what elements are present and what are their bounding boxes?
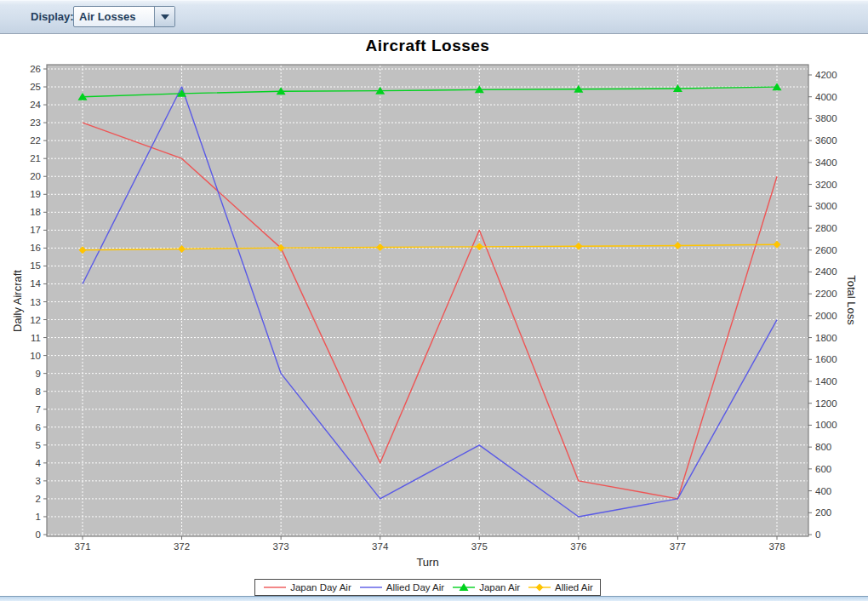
tick-label: 800 xyxy=(815,442,831,452)
tick-label: 24 xyxy=(30,100,41,110)
tick-label: 26 xyxy=(30,64,41,74)
tick-label: 377 xyxy=(670,541,686,552)
tick-label: 11 xyxy=(31,333,41,343)
toolbar: Display: Air Losses xyxy=(0,0,868,34)
tick-label: 17 xyxy=(30,225,41,235)
x-axis-label: Turn xyxy=(47,556,808,569)
legend-marker-icon xyxy=(358,582,384,592)
chevron-down-icon xyxy=(161,14,169,20)
tick-label: 23 xyxy=(30,117,41,128)
tick-label: 6 xyxy=(36,422,41,432)
legend-marker-icon xyxy=(451,582,477,592)
tick-label: 12 xyxy=(30,315,41,325)
tick-label: 1200 xyxy=(815,398,837,409)
tick-label: 372 xyxy=(174,541,190,552)
legend-item-label: Japan Air xyxy=(479,582,520,592)
tick-label: 5 xyxy=(36,440,41,450)
tick-label: 2200 xyxy=(815,289,837,299)
y-left-axis-label: Daily Aircraft xyxy=(11,259,24,344)
tick-label: 9 xyxy=(36,369,41,379)
plot-area[interactable] xyxy=(47,65,808,536)
tick-label: 3200 xyxy=(815,180,837,190)
tick-label: 3 xyxy=(36,476,41,486)
tick-label: 371 xyxy=(74,541,90,552)
display-select-arrow[interactable] xyxy=(154,7,174,26)
tick-label: 16 xyxy=(30,243,41,253)
legend-item: Japan Air xyxy=(451,582,520,592)
tick-label: 2600 xyxy=(815,245,837,255)
tick-label: 376 xyxy=(570,541,586,552)
tick-label: 19 xyxy=(30,189,41,199)
legend-item-label: Allied Day Air xyxy=(386,582,444,592)
tick-label: 2 xyxy=(36,494,41,504)
legend: Japan Day AirAllied Day AirJapan AirAlli… xyxy=(47,579,808,596)
chart-canvas[interactable]: 0123456789101112131415161718192021222324… xyxy=(7,34,861,596)
bottom-window-strip xyxy=(0,596,868,601)
tick-label: 7 xyxy=(36,404,41,415)
tick-label: 4200 xyxy=(815,70,837,80)
legend-item: Allied Day Air xyxy=(358,582,444,592)
diamond-marker xyxy=(536,584,544,592)
tick-label: 3800 xyxy=(815,113,837,123)
tick-label: 374 xyxy=(372,541,389,552)
tick-label: 4 xyxy=(36,458,42,468)
legend-item-label: Allied Air xyxy=(555,582,593,592)
tick-label: 2400 xyxy=(815,266,837,277)
tick-label: 22 xyxy=(30,135,41,146)
tick-label: 400 xyxy=(815,486,831,496)
tick-label: 200 xyxy=(815,507,831,518)
legend-item: Allied Air xyxy=(527,582,593,592)
tick-label: 1 xyxy=(36,512,41,522)
tick-label: 373 xyxy=(273,541,289,552)
tick-label: 375 xyxy=(471,541,488,552)
tick-label: 25 xyxy=(30,82,41,92)
display-label: Display: xyxy=(31,10,74,23)
legend-item: Japan Day Air xyxy=(262,582,351,592)
display-select[interactable]: Air Losses xyxy=(73,6,175,27)
tick-label: 20 xyxy=(30,171,41,181)
tick-label: 14 xyxy=(30,278,41,289)
tick-label: 378 xyxy=(768,541,785,552)
tick-label: 4000 xyxy=(815,92,837,102)
tick-label: 600 xyxy=(815,464,831,474)
y-right-axis-label: Total Loss xyxy=(845,258,858,343)
tick-label: 1000 xyxy=(815,420,837,430)
tick-label: 1800 xyxy=(815,333,837,343)
tick-label: 1600 xyxy=(815,354,837,364)
tick-label: 3400 xyxy=(815,157,837,168)
tick-label: 3600 xyxy=(815,135,837,146)
tick-label: 2800 xyxy=(815,223,837,233)
tick-label: 18 xyxy=(30,207,41,217)
tick-label: 15 xyxy=(30,260,41,271)
tick-label: 13 xyxy=(30,297,41,307)
tick-label: 2000 xyxy=(815,311,837,321)
chart-panel: 0123456789101112131415161718192021222324… xyxy=(7,34,861,596)
display-select-value: Air Losses xyxy=(74,10,154,23)
tick-label: 10 xyxy=(30,351,41,361)
chart-title: Aircraft Losses xyxy=(47,37,808,55)
tick-label: 1400 xyxy=(815,376,837,386)
legend-marker-icon xyxy=(527,582,552,592)
legend-item-label: Japan Day Air xyxy=(290,582,351,592)
tick-label: 0 xyxy=(815,529,820,540)
tick-label: 21 xyxy=(30,153,41,163)
tick-label: 0 xyxy=(36,529,41,540)
tick-label: 3000 xyxy=(815,201,837,211)
legend-marker-icon xyxy=(262,582,288,592)
tick-label: 8 xyxy=(36,386,41,397)
